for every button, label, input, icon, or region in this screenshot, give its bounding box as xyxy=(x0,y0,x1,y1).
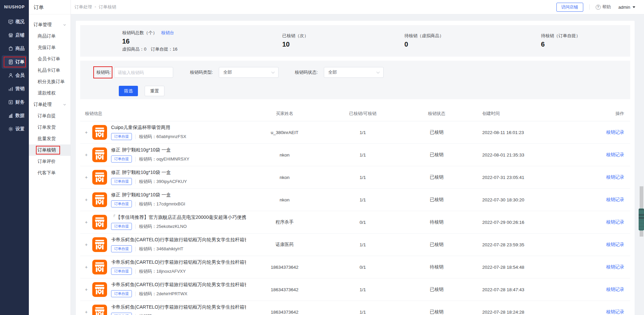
breadcrumb-separator: - xyxy=(95,4,96,10)
verify-record-link[interactable]: 核销记录 xyxy=(606,175,624,180)
primary-sidebar-item-order[interactable]: 订单 xyxy=(2,55,27,69)
primary-sidebar-item-member[interactable]: 会员 xyxy=(2,69,27,82)
verify-record-link[interactable]: 核销记录 xyxy=(606,130,624,135)
tag-divider xyxy=(135,179,136,184)
scrollbar-thumb[interactable] xyxy=(639,208,644,231)
content-area: 核销码总数（个） 核销台 16 虚拟商品：0 订单自提：16 已核销（次） 10… xyxy=(71,14,644,315)
pickup-tag: 订单自提 xyxy=(111,178,132,185)
status-select[interactable]: 全部 xyxy=(324,67,384,78)
table-header: 核销信息 买家姓名 已核销/可核销 核销状态 创建时间 操作 xyxy=(80,106,630,121)
secondary-sidebar-item[interactable]: 订单核销 xyxy=(29,144,70,156)
topbar: 订单处理 - 订单核销 访问店铺 帮助 admin xyxy=(71,0,644,14)
secondary-nav-group[interactable]: 订单管理 xyxy=(29,19,70,30)
primary-sidebar-item-settings[interactable]: 设置 xyxy=(2,122,27,136)
verify-record-link[interactable]: 核销记录 xyxy=(606,197,624,202)
primary-sidebar-item-marketing[interactable]: 营销 xyxy=(2,82,27,96)
primary-sidebar-item-shop[interactable]: 店铺 xyxy=(2,28,27,42)
secondary-sidebar-item[interactable]: 订单评价 xyxy=(29,156,70,167)
created-time: 2022-07-28 23:59:35 xyxy=(471,242,543,247)
col-header-action: 操作 xyxy=(543,111,630,117)
verify-code: 核销码： xyxy=(139,313,156,315)
verify-record-link[interactable]: 核销记录 xyxy=(606,309,624,314)
secondary-sidebar-item[interactable]: 批量发货 xyxy=(29,133,70,144)
expand-row-button[interactable] xyxy=(85,197,90,202)
primary-sidebar: NIUSHOP 概况 店铺 商品 订单 会员 营销 财务 数据 设置 xyxy=(0,0,29,315)
filter-submit-button[interactable]: 筛选 xyxy=(119,86,138,96)
topbar-right: 访问店铺 帮助 admin xyxy=(556,3,635,12)
user-menu[interactable]: admin xyxy=(618,5,635,10)
secondary-sidebar-item[interactable]: 会员卡订单 xyxy=(29,53,70,65)
primary-sidebar-item-data[interactable]: 数据 xyxy=(2,109,27,122)
secondary-sidebar-item[interactable]: 充值订单 xyxy=(29,42,70,53)
primary-sidebar-item-goods[interactable]: 商品 xyxy=(2,42,27,55)
expand-row-button[interactable] xyxy=(85,287,90,292)
verify-code: 核销码：60abhjmnzFSX xyxy=(139,134,186,140)
help-button[interactable]: 帮助 xyxy=(596,4,611,10)
buyer-name: nkon xyxy=(246,175,323,180)
verify-record-link[interactable]: 核销记录 xyxy=(606,219,624,225)
verify-record-link[interactable]: 核销记录 xyxy=(606,287,624,292)
table-row: 「【李佳琦推荐】官方旗舰店正品充电宝20000毫安超薄小巧便携可充 订单自提 核… xyxy=(80,211,630,234)
tag-divider xyxy=(135,134,136,139)
tag-divider xyxy=(135,292,136,296)
store-pickup-icon xyxy=(92,125,107,140)
stat-link[interactable]: 核销台 xyxy=(161,30,174,36)
expand-row-button[interactable] xyxy=(85,309,90,315)
visit-shop-button[interactable]: 访问店铺 xyxy=(556,3,583,12)
verify-info-cell: 修正 肺宁颗粒10g*10袋 一盒 订单自提 核销码：oqyEHIMNRSXY xyxy=(85,147,246,163)
type-select-value: 全部 xyxy=(223,69,232,75)
secondary-sidebar-item[interactable]: 订单发货 xyxy=(29,122,70,133)
marketing-icon xyxy=(8,86,13,91)
verify-info-cell: 卡帝乐鳄鱼(CARTELO)行李箱旅行箱铝框万向轮男女学生拉杆箱密码 订单自提 … xyxy=(85,282,246,297)
expand-row-button[interactable] xyxy=(85,219,90,225)
filter-reset-button[interactable]: 重置 xyxy=(145,86,164,96)
primary-sidebar-item-finance[interactable]: 财务 xyxy=(2,96,27,109)
verified-ratio: 1/1 xyxy=(323,130,402,135)
store-pickup-icon xyxy=(92,170,107,185)
verify-record-link[interactable]: 核销记录 xyxy=(606,152,624,157)
secondary-sidebar-item[interactable]: 代客下单 xyxy=(29,167,70,179)
verify-info-cell: 修正 肺宁颗粒10g*10袋 一盒 订单自提 核销码：390ipyACFKUY xyxy=(85,170,246,185)
expand-row-button[interactable] xyxy=(85,175,90,180)
settings-icon xyxy=(8,126,13,132)
buyer-name: 程序杀手 xyxy=(246,219,323,225)
tag-divider xyxy=(135,224,136,229)
secondary-nav-group[interactable]: 订单处理 xyxy=(29,99,70,110)
code-input[interactable] xyxy=(114,67,173,78)
goods-icon xyxy=(8,46,13,51)
verify-record-link[interactable]: 核销记录 xyxy=(606,242,624,247)
primary-sidebar-item-overview[interactable]: 概况 xyxy=(2,15,27,28)
secondary-sidebar-item[interactable]: 退款维权 xyxy=(29,87,70,99)
col-header-buyer: 买家姓名 xyxy=(246,111,323,117)
secondary-sidebar-item[interactable]: 礼品卡订单 xyxy=(29,65,70,76)
verified-ratio: 0/1 xyxy=(323,265,402,270)
created-time: 2022-07-28 18:47:43 xyxy=(471,287,543,292)
breadcrumb-current: 订单核销 xyxy=(99,4,116,10)
store-pickup-icon xyxy=(92,147,107,162)
col-header-status: 核销状态 xyxy=(402,111,471,117)
pickup-tag: 订单自提 xyxy=(111,245,132,252)
verify-status: 已核销 xyxy=(402,174,471,180)
verify-info-cell: Cuipo儿童保温杯带吸管两用 订单自提 核销码：60abhjmnzFSX xyxy=(85,125,246,140)
stats-panel: 核销码总数（个） 核销台 16 虚拟商品：0 订单自提：16 已核销（次） 10… xyxy=(80,25,630,57)
verified-ratio: 1/1 xyxy=(323,310,402,315)
expand-row-button[interactable] xyxy=(85,152,90,158)
col-header-ratio: 已核销/可核销 xyxy=(323,111,402,117)
username: admin xyxy=(618,5,630,10)
expand-row-button[interactable] xyxy=(85,242,90,247)
question-circle-icon xyxy=(596,5,601,10)
type-select[interactable]: 全部 xyxy=(219,67,279,78)
product-title: 修正 肺宁颗粒10g*10袋 一盒 xyxy=(111,147,189,153)
secondary-sidebar-item[interactable]: 订单自提 xyxy=(29,110,70,122)
chevron-down-icon xyxy=(271,70,275,73)
secondary-sidebar-item[interactable]: 积分兑换订单 xyxy=(29,76,70,87)
created-time: 2022-08-11 16:01:23 xyxy=(471,130,543,135)
secondary-sidebar-item[interactable]: 商品订单 xyxy=(29,30,70,42)
pickup-tag: 订单自提 xyxy=(111,200,132,207)
stat-card: 待核销（虚拟商品） 0 xyxy=(389,25,526,57)
breadcrumb-section[interactable]: 订单处理 xyxy=(75,4,92,10)
expand-row-button[interactable] xyxy=(85,264,90,270)
verify-record-link[interactable]: 核销记录 xyxy=(606,264,624,269)
store-pickup-icon xyxy=(92,215,107,230)
expand-row-button[interactable] xyxy=(85,130,90,135)
